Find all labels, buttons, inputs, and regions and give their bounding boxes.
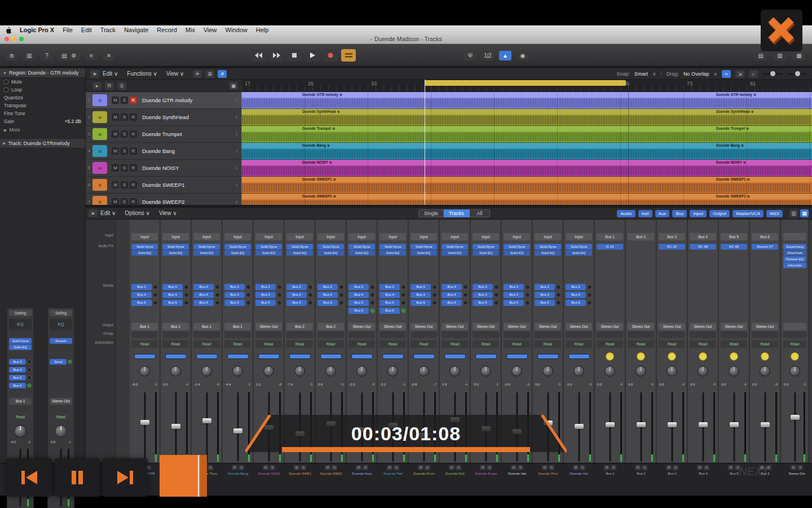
strip-automation[interactable]: Read bbox=[504, 340, 530, 348]
fx-plugin-button[interactable]: Solid EQ bbox=[473, 250, 499, 256]
mixer-filter-output[interactable]: Output bbox=[709, 210, 730, 217]
tracks-menu-edit[interactable]: Edit ∨ bbox=[103, 71, 118, 77]
solo-button[interactable]: S bbox=[208, 465, 213, 470]
send-knob[interactable] bbox=[401, 284, 406, 290]
send-knob[interactable] bbox=[277, 292, 282, 297]
send-slot[interactable]: Bus 5 bbox=[131, 299, 158, 306]
menu-item-help[interactable]: Help bbox=[256, 27, 269, 33]
quick-help-icon[interactable]: ? bbox=[41, 51, 53, 60]
fader-cap[interactable] bbox=[171, 424, 180, 429]
mixer-filter-bus[interactable]: Bus bbox=[672, 210, 687, 217]
strip-automation[interactable]: Read bbox=[597, 340, 623, 348]
strip-group[interactable] bbox=[659, 331, 685, 338]
send-knob[interactable] bbox=[494, 292, 499, 297]
send-knob[interactable] bbox=[370, 292, 375, 297]
send-slot[interactable]: Bus 3 bbox=[162, 283, 189, 291]
pan-knob[interactable] bbox=[719, 362, 749, 379]
send-knob[interactable] bbox=[308, 292, 313, 297]
send-knob[interactable] bbox=[587, 292, 592, 297]
send-knob[interactable] bbox=[215, 284, 220, 290]
send-slot[interactable]: Bus 5 bbox=[473, 299, 499, 306]
strip-fader[interactable] bbox=[564, 391, 594, 463]
fx-plugin-button[interactable]: SilverVerb bbox=[783, 250, 806, 256]
region-lane[interactable]: Duende SynthHead ⊕Duende SynthHead ⊕ bbox=[241, 109, 812, 126]
strip-fader[interactable] bbox=[657, 391, 687, 463]
strip-pan[interactable] bbox=[630, 352, 652, 360]
send-slot[interactable]: Bus 3 bbox=[286, 283, 313, 291]
send-knob[interactable] bbox=[246, 284, 251, 290]
solo-button[interactable]: S bbox=[332, 465, 337, 470]
send-slot[interactable]: Bus 5 bbox=[317, 299, 344, 306]
knob-dial[interactable] bbox=[232, 366, 243, 376]
strip-automation[interactable]: Read bbox=[317, 340, 344, 348]
send-slot[interactable]: Bus 3 bbox=[9, 358, 32, 365]
strip-input[interactable]: Input bbox=[224, 233, 251, 240]
pan-knob[interactable] bbox=[564, 362, 594, 379]
strip-output[interactable]: Bus 1 bbox=[224, 323, 251, 330]
mixer-bottom-cell[interactable]: MSBus 1 bbox=[595, 465, 625, 488]
strip-pan[interactable] bbox=[444, 352, 466, 360]
strip-group[interactable] bbox=[504, 331, 530, 338]
strip-output[interactable]: Stereo Out bbox=[597, 323, 623, 330]
strip-group[interactable] bbox=[379, 331, 406, 338]
apple-menu-icon[interactable] bbox=[6, 27, 13, 33]
strip-automation[interactable]: Read bbox=[628, 340, 654, 348]
send-knob[interactable] bbox=[494, 300, 499, 305]
fx-plugin-button[interactable]: Solid Dyna bbox=[162, 244, 189, 249]
strip-group[interactable] bbox=[442, 331, 468, 338]
send-slot[interactable]: Bus 5 bbox=[348, 299, 375, 306]
strip-automation[interactable]: Read bbox=[783, 340, 806, 348]
fx-plugin-button[interactable]: Solid Dyna bbox=[348, 244, 375, 249]
pan-knob[interactable] bbox=[254, 362, 284, 379]
strip-input[interactable]: Bus 5 bbox=[721, 233, 747, 240]
solo-button[interactable]: S bbox=[363, 465, 368, 470]
fx-plugin-button[interactable]: Reverb XT bbox=[752, 244, 778, 249]
send-knob[interactable] bbox=[556, 300, 561, 305]
fx-plugin-button[interactable]: Solid EQ bbox=[504, 250, 530, 256]
knob-dial[interactable] bbox=[542, 366, 553, 376]
send-slot[interactable]: Bus 4 bbox=[286, 291, 313, 299]
strip-pan[interactable] bbox=[289, 352, 311, 360]
channel-strip[interactable]: Bus 1IC 24Stereo OutRead0.0-6 bbox=[595, 220, 625, 463]
knob-dial[interactable] bbox=[387, 366, 398, 376]
strip-output[interactable]: Bus 1 bbox=[162, 323, 189, 330]
strip-automation[interactable]: Read bbox=[473, 340, 499, 348]
send-slot[interactable]: Bus 4 bbox=[379, 291, 406, 299]
strip-pan[interactable] bbox=[165, 352, 187, 360]
send-knob[interactable] bbox=[308, 284, 313, 290]
pan-knob[interactable] bbox=[378, 362, 408, 379]
send-slot[interactable]: Bus 4 bbox=[442, 291, 468, 299]
strip-output[interactable]: Stereo Out bbox=[752, 323, 778, 330]
mixer-view-single[interactable]: Single bbox=[418, 209, 444, 217]
video-scrubber-handle[interactable] bbox=[160, 455, 207, 497]
strip-output[interactable]: Stereo Out bbox=[473, 323, 499, 330]
send-slot[interactable]: Bus 3 bbox=[442, 283, 468, 291]
send-slot[interactable]: Bus 3 bbox=[317, 283, 344, 291]
strip-group[interactable] bbox=[566, 331, 592, 338]
track-header[interactable]: 1≈MSRDuende GTR melody› bbox=[86, 92, 241, 109]
channel-setting-button[interactable]: Setting bbox=[50, 310, 72, 316]
app-menu[interactable]: Logic Pro X bbox=[20, 27, 54, 33]
channel-eq-display[interactable]: EQ bbox=[9, 319, 32, 330]
send-knob[interactable] bbox=[370, 300, 375, 305]
strip-automation[interactable]: Read bbox=[286, 340, 313, 348]
editors-icon[interactable]: ≡ bbox=[85, 51, 98, 60]
track-record-button[interactable]: R bbox=[130, 97, 137, 104]
strip-fader[interactable] bbox=[626, 391, 656, 463]
stop-button[interactable] bbox=[287, 49, 302, 62]
mixer-bottom-cell[interactable]: MSDuende Keys bbox=[347, 465, 377, 488]
mute-button[interactable]: M bbox=[449, 465, 454, 470]
menu-item-file[interactable]: File bbox=[63, 27, 73, 33]
strip-output[interactable]: Stereo Out bbox=[659, 323, 685, 330]
strip-output[interactable]: Stereo Out bbox=[690, 323, 716, 330]
strip-pan[interactable] bbox=[692, 352, 714, 360]
strip-pan[interactable] bbox=[351, 352, 373, 360]
strip-group[interactable] bbox=[131, 331, 158, 338]
strip-pan[interactable] bbox=[661, 352, 683, 360]
track-header[interactable]: 2≈MSRDuende SynthHead› bbox=[86, 109, 241, 126]
strip-input[interactable] bbox=[783, 233, 806, 240]
solo-off-icon[interactable]: S bbox=[117, 82, 126, 90]
mute-button[interactable]: M bbox=[418, 465, 423, 470]
strip-output[interactable]: Stereo Out bbox=[255, 323, 282, 330]
strip-output[interactable]: Stereo Out bbox=[411, 323, 437, 330]
